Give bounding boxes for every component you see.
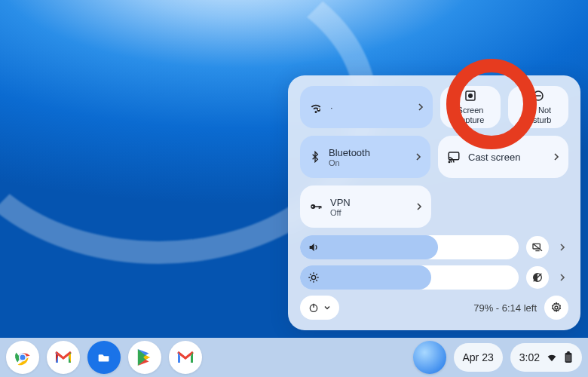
bluetooth-state: On (329, 158, 370, 167)
date-text: Apr 23 (463, 351, 494, 363)
chevron-down-icon (323, 303, 332, 312)
play-store-app-icon[interactable] (128, 341, 161, 374)
svg-point-4 (469, 94, 473, 98)
brightness-icon (308, 271, 320, 284)
power-icon (308, 302, 320, 314)
cast-tile[interactable]: Cast screen (438, 136, 568, 178)
dnd-tile[interactable]: Do Not Disturb (508, 86, 568, 128)
gmail-app-icon[interactable] (47, 341, 80, 374)
user-avatar[interactable] (413, 341, 446, 374)
vpn-key-icon (309, 200, 323, 213)
svg-point-8 (449, 161, 450, 163)
gmail-app-icon-2[interactable] (169, 341, 202, 374)
svg-rect-11 (319, 206, 320, 209)
vpn-label: VPN (330, 197, 351, 208)
svg-rect-27 (566, 354, 571, 361)
screen-capture-tile[interactable]: Screen capture (440, 86, 501, 128)
chevron-right-icon[interactable] (556, 241, 568, 253)
svg-rect-26 (567, 351, 570, 354)
calendar-button[interactable]: Apr 23 (454, 343, 503, 372)
screen-capture-label: Screen capture (449, 106, 492, 124)
dnd-label: Do Not Disturb (517, 106, 559, 124)
night-light-button[interactable] (526, 266, 549, 289)
cast-icon (447, 150, 461, 164)
battery-status: 79% - 6:14 left (473, 302, 537, 314)
chevron-right-icon (550, 151, 562, 163)
svg-point-13 (312, 206, 314, 207)
chevron-right-icon (412, 151, 424, 163)
brightness-slider[interactable] (300, 265, 519, 290)
svg-rect-12 (320, 206, 322, 208)
chrome-app-icon[interactable] (6, 341, 39, 374)
status-tray[interactable]: 3:02 (510, 343, 582, 372)
vpn-tile[interactable]: VPN Off (300, 185, 431, 228)
wifi-tile[interactable]: · (300, 86, 433, 128)
svg-point-23 (20, 354, 26, 361)
chevron-right-icon (415, 101, 427, 113)
bluetooth-icon (309, 151, 321, 163)
volume-icon (308, 241, 320, 253)
wifi-icon (309, 100, 323, 114)
battery-status-icon (564, 351, 573, 363)
taskbar-shelf: Apr 23 3:02 (0, 338, 588, 377)
time-text: 3:02 (519, 351, 540, 363)
power-menu-button[interactable] (300, 296, 339, 320)
audio-output-button[interactable] (526, 236, 549, 259)
vpn-state: Off (330, 208, 351, 217)
chevron-right-icon[interactable] (556, 271, 568, 284)
volume-slider[interactable] (300, 235, 519, 259)
chevron-right-icon (413, 201, 425, 213)
files-app-icon[interactable] (87, 341, 121, 374)
svg-point-20 (555, 306, 558, 309)
wifi-name: · (330, 102, 333, 113)
quick-settings-panel: · Screen capture Do Not Disturb Bluetoot… (288, 75, 580, 330)
dnd-icon (531, 89, 545, 103)
bluetooth-tile[interactable]: Bluetooth On (300, 136, 430, 178)
svg-point-15 (311, 275, 315, 279)
wifi-status-icon (546, 351, 558, 363)
cast-label: Cast screen (468, 152, 520, 163)
svg-rect-10 (315, 206, 321, 207)
screen-capture-icon (464, 89, 477, 103)
svg-rect-7 (449, 152, 459, 160)
settings-button[interactable] (544, 296, 568, 320)
bluetooth-label: Bluetooth (329, 147, 370, 158)
